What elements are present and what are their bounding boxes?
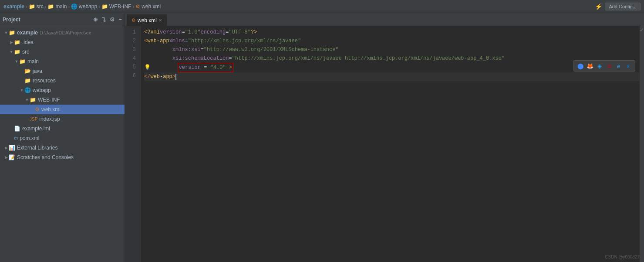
tag-close-5: >	[229, 65, 232, 71]
add-icon[interactable]: ⊕	[93, 16, 98, 23]
tree-item-exampleiml[interactable]: 📄 example.iml	[0, 124, 125, 133]
attr-xsi: xmlns:xsi	[172, 45, 201, 54]
tag-name-webap: web-app	[147, 37, 169, 45]
tree-label-webxml: web.xml	[41, 106, 61, 112]
attr-ver2: version	[179, 65, 201, 71]
tree-arrow-extlibs: ▶	[3, 146, 9, 150]
tree-arrow-webapp: ▼	[19, 88, 24, 92]
editor-tabs: ⚙ web.xml ✕	[125, 13, 644, 26]
indent-4	[144, 54, 172, 63]
edge-icon[interactable]: ε	[624, 62, 632, 70]
sidebar: Project ⊕ ⇅ ⚙ − ▼ 📁 example D:\Java\IDEA…	[0, 13, 125, 262]
breadcrumb-project[interactable]: example	[3, 3, 24, 10]
scrollbar-panel: ✓	[640, 26, 644, 262]
tab-webxml[interactable]: ⚙ web.xml ✕	[127, 14, 167, 26]
error-box: version = "4.0" >	[178, 63, 233, 72]
file-icon-indexjsp: JSP	[30, 117, 37, 122]
line-num-6: 6	[125, 71, 138, 80]
tree-arrow-main: ▼	[14, 59, 19, 64]
breadcrumb-webinf[interactable]: WEB-INF	[109, 3, 131, 10]
line-numbers: 1 2 3 4 5 6	[125, 26, 141, 262]
tree-arrow-src: ▼	[9, 50, 14, 54]
sep3: ›	[68, 4, 70, 9]
folder-icon-webapp: 🌐	[71, 3, 78, 10]
tree-item-webinf[interactable]: ▼ 📁 WEB-INF	[0, 95, 125, 105]
scratches-icon: 📝	[9, 154, 15, 160]
code-editor[interactable]: <?xml version = "1.0" encoding = "UTF-8"…	[141, 26, 644, 262]
sep1: ›	[26, 4, 27, 9]
xml-decl-close: ?>	[251, 28, 257, 37]
tree-label-src: src	[22, 49, 29, 55]
line-num-4: 4	[125, 54, 138, 63]
xml-eq1: =	[182, 28, 185, 37]
xml-attr-encoding: encoding	[201, 28, 226, 37]
folder-icon-resources: 📁	[24, 78, 31, 84]
breadcrumb-main[interactable]: main	[55, 3, 67, 10]
tree-item-pomxml[interactable]: m pom.xml	[0, 133, 125, 143]
opera-icon[interactable]: ⊙	[605, 62, 613, 70]
tree-item-scratches[interactable]: ▶ 📝 Scratches and Consoles	[0, 153, 125, 162]
top-bar-right: ⚡ Add Config...	[595, 3, 641, 10]
editor-container: ⚙ web.xml ✕ ✓ 1 2 3 4 5 6	[125, 13, 644, 262]
bulb-icon[interactable]: 💡	[144, 63, 151, 72]
eq4: =	[201, 45, 204, 54]
file-icon-pomxml: m	[14, 136, 18, 141]
tree-arrow-idea: ▶	[9, 40, 14, 44]
line-num-2: 2	[125, 37, 138, 45]
editor-body: ✓ 1 2 3 4 5 6 <?xml version = "1.0" en	[125, 26, 644, 262]
tree-item-extlibs[interactable]: ▶ 📊 External Libraries	[0, 143, 125, 153]
tree-label-indexjsp: index.jsp	[39, 116, 60, 122]
scroll-check-icon: ✓	[640, 27, 644, 33]
minimize-icon[interactable]: −	[118, 16, 122, 23]
cursor	[175, 74, 176, 80]
ie-icon[interactable]: ℯ	[615, 62, 623, 70]
tree-item-main[interactable]: ▼ 📁 main	[0, 57, 125, 66]
tag-open-2: <	[144, 37, 147, 45]
tab-close-webxml[interactable]: ✕	[158, 18, 162, 23]
tree-arrow-example: ▼	[3, 31, 9, 35]
attr-xmlns: xmlns	[169, 37, 185, 45]
tree-item-indexjsp[interactable]: JSP index.jsp	[0, 114, 125, 124]
val-xsi: "http://www.w3.org/2001/XMLSchema-instan…	[204, 45, 339, 54]
run-icon: ⚡	[595, 3, 602, 10]
tree-item-webapp[interactable]: ▼ 🌐 webapp	[0, 85, 125, 95]
folder-icon-webinf: 📁	[101, 3, 108, 10]
main-content: Project ⊕ ⇅ ⚙ − ▼ 📁 example D:\Java\IDEA…	[0, 13, 644, 262]
safari-icon[interactable]: ◈	[596, 62, 604, 70]
breadcrumb-src[interactable]: src	[37, 3, 44, 10]
tab-label-webxml: web.xml	[138, 17, 157, 24]
sep4: ›	[98, 4, 100, 9]
tree-item-src[interactable]: ▼ 📁 src	[0, 47, 125, 57]
breadcrumb-webxml[interactable]: web.xml	[142, 3, 161, 10]
settings-icon[interactable]: ⚙	[110, 16, 115, 23]
line-num-5: 5	[125, 63, 138, 71]
eq3: =	[185, 37, 188, 45]
sync-icon[interactable]: ⇅	[101, 16, 106, 23]
chrome-icon[interactable]: ⬤	[577, 62, 584, 70]
libs-icon: 📊	[9, 145, 15, 151]
xml-attr-version: version	[160, 28, 182, 37]
indent-5	[152, 63, 178, 72]
tree-label-extlibs: External Libraries	[17, 145, 57, 151]
tree-item-example[interactable]: ▼ 📁 example D:\Java\IDEA\Project\ex	[0, 28, 125, 37]
folder-icon-main: 📁	[47, 3, 54, 10]
xml-eq2: =	[226, 28, 229, 37]
file-icon-webxml: ⚙	[35, 106, 40, 112]
tree-item-webxml[interactable]: ⚙ web.xml	[0, 105, 125, 114]
file-icon-exampleiml: 📄	[14, 126, 20, 132]
tree-path-example: D:\Java\IDEA\Project\ex	[40, 30, 91, 35]
add-config-button[interactable]: Add Config...	[605, 3, 641, 10]
val-xmlns: "http://xmlns.jcp.org/xml/ns/javaee"	[188, 37, 301, 45]
tree-item-java[interactable]: 📂 java	[0, 66, 125, 76]
tree-label-main: main	[27, 58, 39, 65]
browser-icons-panel: ⬤ 🦊 ◈ ⊙ ℯ ε	[573, 60, 635, 71]
folder-icon-src: 📁	[29, 3, 35, 10]
xml-val-version: "1.0"	[185, 28, 201, 37]
xml-file-icon-top: ⚙	[135, 3, 140, 10]
tree-item-idea[interactable]: ▶ 📁 .idea	[0, 37, 125, 47]
folder-icon-src-tree: 📁	[14, 49, 20, 55]
tree-item-resources[interactable]: 📁 resources	[0, 76, 125, 85]
watermark: CSDN @y000827	[605, 255, 640, 259]
breadcrumb-webapp[interactable]: webapp	[79, 3, 97, 10]
firefox-icon[interactable]: 🦊	[586, 62, 594, 70]
